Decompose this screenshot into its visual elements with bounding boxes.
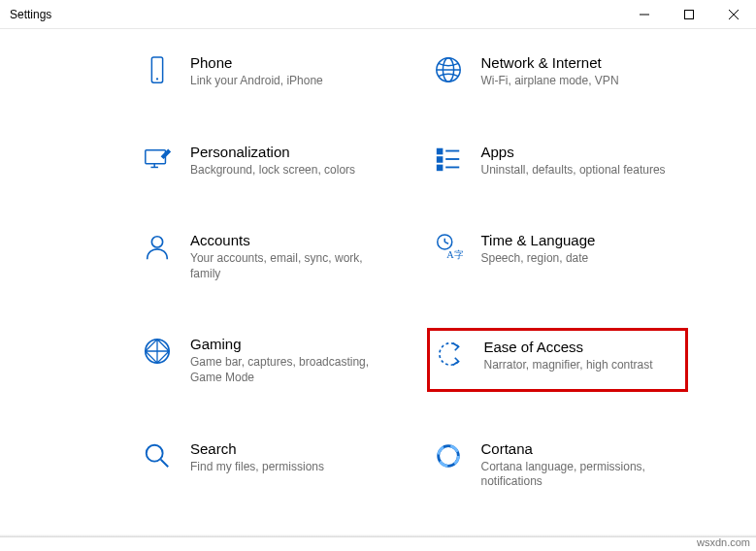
maximize-button[interactable] (667, 0, 711, 29)
svg-line-25 (161, 459, 169, 467)
svg-rect-12 (437, 148, 442, 153)
settings-item-ease-of-access[interactable]: Ease of Access Narrator, magnifier, high… (427, 328, 689, 391)
settings-item-time-language[interactable]: A字 Time & Language Speech, region, date (427, 224, 689, 287)
item-desc: Your accounts, email, sync, work, family (190, 251, 392, 281)
item-title: Personalization (190, 144, 392, 160)
item-desc: Background, lock screen, colors (190, 163, 392, 178)
watermark: wsxdn.com (697, 536, 750, 548)
settings-grid: Phone Link your Android, iPhone Network … (0, 29, 756, 515)
item-title: Apps (481, 144, 683, 160)
apps-icon (433, 144, 464, 175)
svg-point-18 (151, 237, 162, 247)
svg-rect-13 (437, 157, 442, 162)
minimize-button[interactable] (622, 0, 667, 29)
item-desc: Speech, region, date (481, 251, 683, 267)
titlebar: Settings (0, 0, 756, 29)
phone-icon (142, 54, 173, 85)
svg-line-21 (444, 243, 448, 244)
svg-rect-1 (685, 11, 694, 19)
search-icon (142, 440, 173, 471)
settings-item-apps[interactable]: Apps Uninstall, defaults, optional featu… (427, 136, 689, 184)
personalization-icon (142, 144, 173, 175)
item-title: Cortana (481, 440, 683, 457)
window-controls (622, 0, 756, 28)
item-title: Time & Language (481, 232, 683, 248)
svg-point-5 (156, 78, 158, 80)
bottom-shadow (0, 535, 756, 537)
svg-point-24 (147, 444, 163, 461)
svg-text:A字: A字 (446, 249, 463, 260)
globe-icon (433, 54, 464, 85)
svg-point-27 (438, 445, 458, 466)
item-desc: Wi-Fi, airplane mode, VPN (481, 74, 683, 89)
time-language-icon: A字 (433, 232, 464, 263)
window-title: Settings (10, 8, 51, 21)
item-title: Network & Internet (481, 54, 683, 71)
settings-item-personalization[interactable]: Personalization Background, lock screen,… (136, 136, 398, 184)
item-desc: Narrator, magnifier, high contrast (484, 358, 680, 373)
gaming-icon (142, 336, 173, 367)
cortana-icon (433, 440, 464, 471)
settings-item-phone[interactable]: Phone Link your Android, iPhone (136, 47, 398, 95)
item-title: Gaming (190, 336, 392, 352)
svg-rect-14 (437, 165, 442, 170)
settings-item-cortana[interactable]: Cortana Cortana language, permissions, n… (427, 433, 689, 496)
close-button[interactable] (711, 0, 756, 29)
item-desc: Find my files, permissions (190, 460, 392, 475)
item-title: Ease of Access (484, 339, 680, 355)
item-desc: Uninstall, defaults, optional features (481, 163, 683, 178)
accounts-icon (142, 232, 173, 263)
ease-of-access-icon (436, 339, 467, 370)
settings-item-search[interactable]: Search Find my files, permissions (136, 433, 398, 496)
item-title: Search (190, 440, 392, 457)
item-desc: Link your Android, iPhone (190, 74, 392, 89)
item-title: Accounts (190, 232, 392, 248)
settings-item-accounts[interactable]: Accounts Your accounts, email, sync, wor… (136, 224, 398, 287)
item-desc: Game bar, captures, broadcasting, Game M… (190, 355, 392, 385)
item-desc: Cortana language, permissions, notificat… (481, 460, 683, 490)
settings-item-gaming[interactable]: Gaming Game bar, captures, broadcasting,… (136, 328, 398, 391)
settings-item-network[interactable]: Network & Internet Wi-Fi, airplane mode,… (427, 47, 689, 95)
item-title: Phone (190, 54, 392, 71)
